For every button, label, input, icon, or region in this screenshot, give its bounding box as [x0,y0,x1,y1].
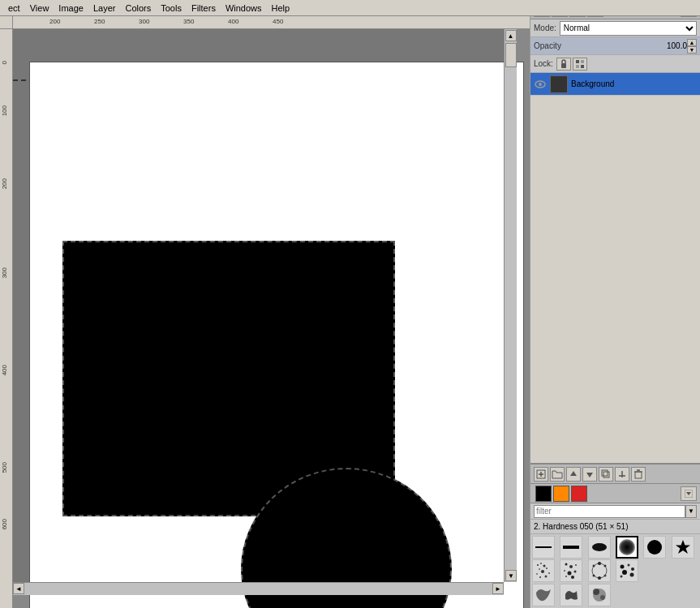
opacity-spinner[interactable]: ▲ ▼ [687,39,697,54]
mode-row: Mode: Normal Multiply Screen Overlay [530,19,700,37]
svg-point-61 [603,565,606,567]
svg-rect-25 [603,472,609,477]
menu-tools[interactable]: Tools [156,2,187,15]
brush-filter-dropdown[interactable]: ▼ [685,505,697,518]
svg-point-45 [541,570,544,573]
svg-point-44 [546,567,548,569]
ruler-horizontal: 200 250 300 350 400 450 [13,16,530,29]
ruler-vertical: 0 100 200 300 400 500 600 [0,16,13,608]
svg-marker-24 [586,473,593,477]
svg-point-47 [536,573,538,575]
svg-rect-13 [576,60,579,63]
menu-filters[interactable]: Filters [187,2,221,15]
delete-layer-button[interactable] [631,467,646,482]
ruler-corner [0,16,13,29]
svg-point-48 [545,576,548,578]
layer-name: Background [571,79,614,88]
brush-cell-5[interactable] [643,536,666,559]
brush-cell-4-selected[interactable] [616,536,638,559]
svg-rect-16 [581,65,584,68]
svg-point-53 [564,570,565,572]
menu-windows[interactable]: Windows [221,2,267,15]
brush-cell-9[interactable] [588,559,611,582]
brush-cell-2[interactable] [560,536,582,559]
svg-point-41 [540,563,542,564]
svg-point-51 [569,565,573,568]
brush-filter-row: ▼ [530,503,700,520]
opacity-value: 100.0 [659,41,687,50]
svg-point-72 [593,589,599,595]
menu-image[interactable]: Image [54,2,88,15]
svg-point-68 [622,570,627,575]
lower-layer-button[interactable] [582,467,597,482]
brush-filter-input[interactable] [534,505,685,518]
layers-bottom-toolbar [530,464,700,483]
menu-view[interactable]: View [25,2,54,15]
color-chip-red[interactable] [571,486,587,502]
scrollbar-vertical[interactable]: ▲ ▼ [504,29,517,582]
svg-point-52 [575,564,577,566]
svg-point-59 [592,565,595,567]
svg-point-64 [592,575,595,577]
brushes-panel: ▼ 2. Hardness 050 (51 × 51) [530,483,700,608]
menu-layer[interactable]: Layer [88,2,121,15]
brush-cell-10[interactable] [616,559,638,582]
svg-point-57 [571,576,574,579]
svg-point-55 [574,571,577,573]
scrollbar-horizontal[interactable]: ◄ ► [13,582,504,595]
duplicate-layer-button[interactable] [599,467,613,482]
svg-rect-15 [576,65,579,68]
raise-layer-button[interactable] [566,467,581,482]
brush-cell-12[interactable] [560,584,582,606]
svg-rect-35 [563,546,579,549]
color-chip-orange[interactable] [553,486,569,502]
layer-visibility-toggle[interactable] [534,78,547,91]
right-panel: Mode: Normal Multiply Screen Overlay Opa… [530,0,700,608]
svg-marker-23 [570,471,577,476]
svg-point-56 [565,576,567,577]
new-folder-button[interactable] [550,467,565,482]
svg-rect-12 [561,63,566,68]
svg-point-50 [565,563,568,566]
new-layer-button[interactable] [534,467,548,482]
svg-point-46 [548,572,550,574]
opacity-decrement[interactable]: ▼ [687,46,697,54]
canvas-area[interactable]: ▲ ▼ ◄ ► [13,29,530,608]
svg-marker-39 [676,540,690,554]
selected-brush-name: 2. Hardness 050 (51 × 51) [534,522,628,531]
svg-point-62 [603,575,606,577]
opacity-increment[interactable]: ▲ [687,39,697,46]
brush-cell-13[interactable] [588,584,611,606]
color-chips [534,484,589,503]
brush-cell-8[interactable] [560,559,582,582]
anchor-layer-button[interactable] [615,467,629,482]
svg-point-49 [539,576,541,578]
layer-thumbnail [550,75,568,93]
lock-label: Lock: [534,59,553,68]
svg-point-69 [629,573,633,577]
layer-item-background[interactable]: Background [530,73,700,96]
svg-rect-14 [581,60,584,63]
lock-position-button[interactable] [556,58,571,71]
svg-point-38 [647,540,662,554]
svg-point-67 [631,567,634,571]
menubar: ect View Image Layer Colors Tools Filter… [0,0,700,16]
shapes-container [62,241,509,608]
brush-cell-7[interactable] [532,559,555,582]
svg-rect-34 [535,546,552,548]
canvas[interactable] [29,62,524,608]
brush-cell-3[interactable] [588,536,611,559]
menu-select[interactable]: ect [3,2,25,15]
menu-colors[interactable]: Colors [120,2,156,15]
brush-cell-6-star[interactable] [672,536,694,559]
menu-help[interactable]: Help [267,2,295,15]
brush-cell-1[interactable] [532,536,555,559]
brush-cell-11[interactable] [532,584,555,606]
mode-select[interactable]: Normal Multiply Screen Overlay [560,21,697,36]
color-chip-black[interactable] [535,486,552,502]
brushes-panel-menu-icon[interactable] [681,486,697,501]
svg-point-42 [543,565,546,567]
svg-point-70 [620,576,622,578]
svg-rect-26 [602,470,608,476]
lock-pixels-button[interactable] [573,58,587,71]
